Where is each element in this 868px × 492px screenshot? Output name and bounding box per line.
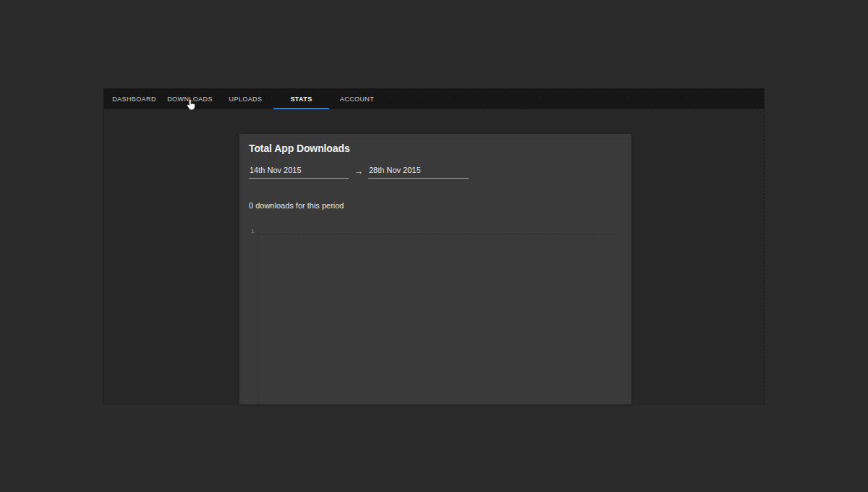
- nav-item-downloads[interactable]: DOWNLOADS: [162, 88, 218, 109]
- nav-item-label: DOWNLOADS: [167, 96, 213, 103]
- nav-item-uploads[interactable]: UPLOADS: [218, 88, 273, 109]
- date-to-input[interactable]: [368, 166, 469, 179]
- chart-y-axis-line: [258, 230, 259, 404]
- nav-item-label: UPLOADS: [229, 96, 263, 103]
- active-tab-underline: [273, 108, 329, 109]
- nav-item-label: ACCOUNT: [340, 96, 374, 103]
- date-from-input[interactable]: [249, 166, 349, 179]
- card-title: Total App Downloads: [249, 143, 350, 154]
- arrow-right-icon: →: [349, 166, 368, 179]
- top-navbar: DASHBOARD DOWNLOADS UPLOADS STATS ACCOUN…: [104, 88, 764, 109]
- date-range-row: →: [249, 166, 469, 179]
- nav-item-label: DASHBOARD: [112, 96, 156, 103]
- total-app-downloads-card: Total App Downloads → 0 downloads for th…: [239, 134, 631, 404]
- nav-item-dashboard[interactable]: DASHBOARD: [106, 88, 162, 109]
- nav-item-account[interactable]: ACCOUNT: [329, 88, 385, 109]
- chart-y-tick-label: 1: [251, 228, 254, 234]
- downloads-status-text: 0 downloads for this period: [249, 201, 344, 210]
- downloads-chart: 1: [239, 228, 631, 404]
- content-area: DASHBOARD DOWNLOADS UPLOADS STATS ACCOUN…: [103, 88, 765, 405]
- nav-item-label: STATS: [290, 96, 312, 103]
- nav-item-stats[interactable]: STATS: [273, 88, 329, 109]
- chart-gridline: [258, 234, 613, 234]
